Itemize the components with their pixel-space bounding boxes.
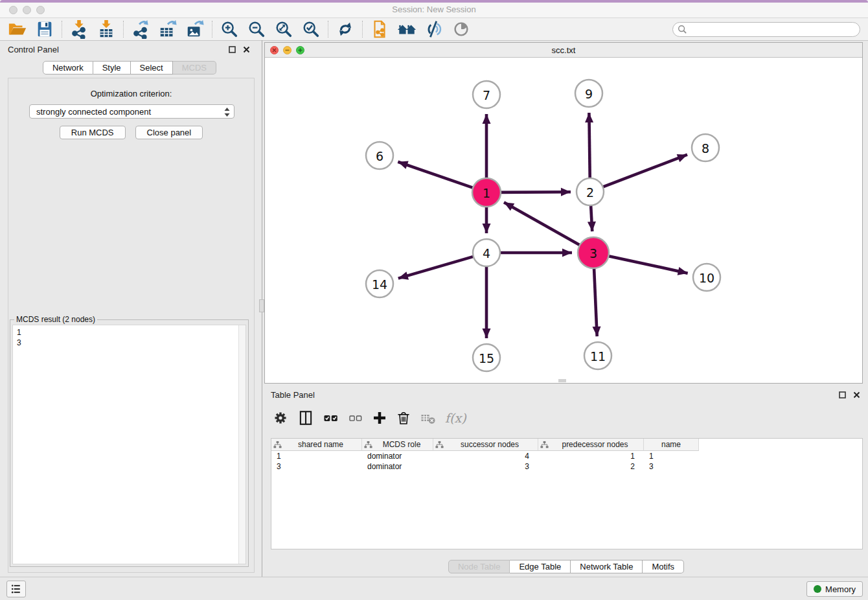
graph-node[interactable]: 4 — [473, 239, 500, 266]
deselect-all-checkboxes-icon[interactable] — [348, 408, 363, 428]
graph-edge[interactable] — [591, 205, 592, 231]
column-header[interactable]: predecessor nodes — [538, 439, 644, 451]
table-cell[interactable]: 3 — [433, 461, 538, 472]
table-cell[interactable]: dominator — [362, 451, 433, 461]
table-cell[interactable]: 3 — [644, 461, 699, 472]
import-table-icon[interactable] — [93, 19, 120, 40]
tab-motifs[interactable]: Motifs — [643, 560, 684, 573]
splitter-handle[interactable] — [259, 299, 264, 312]
canvas-splitter-handle[interactable] — [558, 379, 566, 382]
save-session-icon[interactable] — [31, 19, 58, 40]
import-network-icon[interactable] — [65, 19, 93, 40]
tab-edge-table[interactable]: Edge Table — [510, 560, 571, 573]
select-all-checkboxes-icon[interactable] — [323, 408, 339, 428]
tab-node-table[interactable]: Node Table — [448, 560, 510, 573]
graph-node[interactable]: 3 — [578, 237, 609, 268]
show-graphics-details-icon[interactable] — [448, 19, 475, 40]
graph-node[interactable]: 8 — [692, 134, 719, 161]
run-mcds-button[interactable]: Run MCDS — [60, 126, 126, 139]
network-window-titlebar[interactable]: scc.txt — [265, 43, 862, 58]
table-cell[interactable]: 4 — [433, 451, 538, 461]
graph-node[interactable]: 14 — [366, 270, 393, 297]
export-network-icon[interactable] — [127, 19, 154, 40]
open-session-icon[interactable] — [4, 19, 31, 40]
delete-column-icon[interactable] — [396, 408, 411, 428]
column-header[interactable]: name — [644, 439, 699, 451]
zoom-in-icon[interactable] — [216, 19, 243, 40]
close-panel-button[interactable]: Close panel — [135, 126, 203, 139]
search-icon — [678, 25, 687, 34]
graph-node[interactable]: 7 — [473, 81, 500, 108]
graph-edge[interactable] — [398, 257, 474, 279]
column-header[interactable]: successor nodes — [433, 439, 538, 451]
column-header[interactable]: shared name — [271, 439, 362, 451]
table-row[interactable]: 3dominator323 — [271, 461, 862, 472]
graph-node[interactable]: 1 — [472, 178, 501, 207]
optimization-criterion-select[interactable]: strongly connected component — [29, 104, 234, 119]
table-cell[interactable]: 1 — [644, 451, 699, 461]
table-cell[interactable]: 1 — [538, 451, 644, 461]
float-panel-icon[interactable] — [227, 44, 237, 54]
graph-edge[interactable] — [398, 162, 474, 188]
zoom-out-icon[interactable] — [243, 19, 270, 40]
table-cell[interactable]: 1 — [271, 451, 362, 461]
table-toolbar: f(x) — [272, 407, 466, 429]
tab-select[interactable]: Select — [131, 61, 173, 75]
node-label: 6 — [376, 149, 383, 163]
memory-button[interactable]: Memory — [806, 581, 863, 597]
graph-node[interactable]: 10 — [693, 264, 720, 291]
settings-gear-icon[interactable] — [272, 408, 289, 428]
tab-style[interactable]: Style — [93, 61, 131, 75]
node-label: 3 — [589, 246, 597, 260]
delete-table-icon[interactable] — [420, 408, 437, 428]
graph-edge[interactable] — [589, 113, 589, 179]
node-label: 7 — [483, 88, 490, 102]
attribute-tree-icon — [273, 441, 282, 449]
graph-node[interactable]: 9 — [575, 80, 602, 107]
scrollbar[interactable] — [238, 325, 246, 564]
export-table-icon[interactable] — [154, 19, 181, 40]
close-panel-icon[interactable] — [851, 389, 862, 400]
table-panel-title: Table Panel — [271, 390, 315, 400]
apply-layout-icon[interactable] — [393, 19, 420, 40]
table-header-row: shared nameMCDS rolesuccessor nodesprede… — [271, 439, 862, 451]
titlebar-accent-strip — [0, 0, 868, 3]
control-panel: Control Panel Network Style Select MCDS … — [0, 40, 259, 577]
zoom-selected-icon[interactable] — [297, 19, 325, 40]
new-network-from-file-icon[interactable] — [366, 19, 393, 40]
column-header[interactable]: MCDS role — [362, 439, 433, 451]
zoom-fit-icon[interactable] — [270, 19, 297, 40]
graph-node[interactable]: 2 — [577, 178, 604, 205]
tab-mcds[interactable]: MCDS — [173, 61, 216, 75]
network-canvas[interactable]: 7968124314101511 — [265, 58, 862, 383]
graph-edge[interactable] — [608, 256, 687, 273]
node-table: shared nameMCDS rolesuccessor nodesprede… — [271, 438, 863, 549]
table-row[interactable]: 1dominator411 — [271, 451, 862, 461]
table-cell[interactable]: 2 — [538, 461, 644, 472]
refresh-icon[interactable] — [332, 19, 359, 40]
graph-node[interactable]: 15 — [473, 344, 500, 371]
toolbar-separator — [123, 21, 124, 38]
graph-edge[interactable] — [602, 155, 687, 187]
export-image-icon[interactable] — [181, 19, 209, 40]
tab-network[interactable]: Network — [43, 61, 93, 75]
search-input[interactable] — [672, 22, 860, 37]
optimization-criterion-label: Optimization criterion: — [8, 89, 254, 98]
table-cell[interactable]: dominator — [362, 461, 433, 472]
task-history-button[interactable] — [6, 581, 26, 597]
tab-network-table[interactable]: Network Table — [571, 560, 643, 573]
toolbar-separator — [212, 21, 212, 38]
hide-graphics-details-icon[interactable] — [420, 19, 448, 40]
graph-edge[interactable] — [504, 202, 580, 245]
table-cell[interactable]: 3 — [271, 461, 362, 472]
show-columns-icon[interactable] — [297, 408, 314, 428]
graph-node[interactable]: 6 — [366, 142, 393, 169]
close-panel-icon[interactable] — [241, 44, 251, 54]
graph-edge[interactable] — [594, 268, 597, 336]
float-panel-icon[interactable] — [837, 389, 847, 400]
apply-function-icon[interactable]: f(x) — [445, 408, 466, 428]
add-column-icon[interactable] — [372, 408, 387, 428]
mcds-result-text[interactable]: 1 3 — [12, 325, 246, 564]
graph-node[interactable]: 11 — [584, 342, 611, 369]
graph-edge[interactable] — [500, 192, 571, 192]
